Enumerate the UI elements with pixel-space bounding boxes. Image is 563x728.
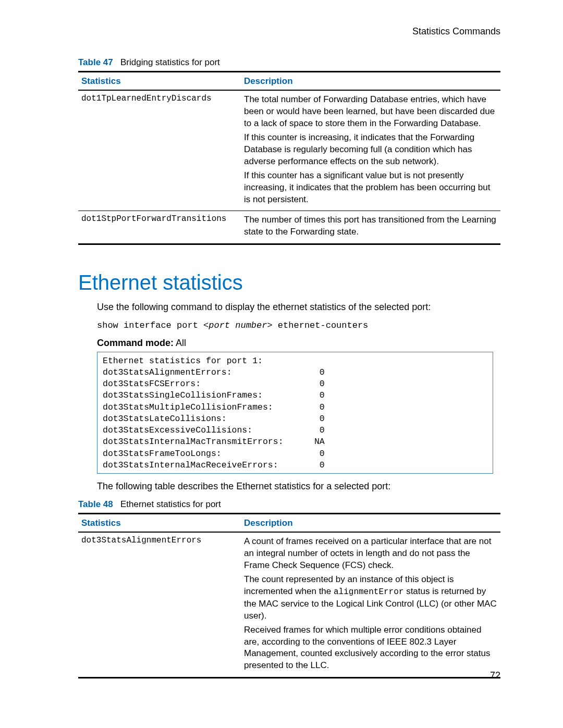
inline-code: alignmentError — [334, 587, 403, 597]
stat-description: The number of times this port has transi… — [241, 211, 500, 244]
ethernet-command: show interface port <port number> ethern… — [97, 320, 500, 330]
desc-paragraph: Received frames for which multiple error… — [244, 624, 497, 672]
desc-paragraph: A count of frames received on a particul… — [244, 536, 497, 572]
stat-name: dot1StpPortForwardTransitions — [78, 211, 241, 244]
page-content: Table 47 Bridging statistics for port St… — [78, 57, 500, 678]
table47-caption: Table 47 Bridging statistics for port — [78, 57, 500, 68]
table47: Statistics Description dot1TpLearnedEntr… — [78, 71, 500, 245]
ethernet-after-box: The following table describes the Ethern… — [97, 480, 500, 678]
ethernet-output-box: Ethernet statistics for port 1: dot3Stat… — [97, 352, 493, 474]
ethernet-intro: Use the following command to display the… — [97, 301, 500, 314]
table-row: dot1TpLearnedEntryDiscards The total num… — [78, 90, 500, 211]
desc-paragraph: The total number of Forwarding Database … — [244, 94, 497, 130]
table48-header-description: Description — [241, 514, 500, 533]
desc-paragraph: The number of times this port has transi… — [244, 214, 497, 238]
cmd-suffix: > ethernet-counters — [267, 320, 368, 330]
desc-paragraph: The count represented by an instance of … — [244, 574, 497, 622]
stat-name: dot3StatsAlignmentErrors — [78, 532, 241, 677]
table48-caption-text: Ethernet statistics for port — [120, 499, 221, 509]
ethernet-table-intro: The following table describes the Ethern… — [97, 480, 500, 493]
table47-caption-text: Bridging statistics for port — [120, 57, 220, 67]
table48: Statistics Description dot3StatsAlignmen… — [78, 513, 500, 678]
stat-description: The total number of Forwarding Database … — [241, 90, 500, 211]
page-number: 72 — [490, 670, 500, 681]
table47-header-description: Description — [241, 72, 500, 91]
command-mode-label: Command mode: — [97, 338, 174, 348]
cmd-prefix: show interface port < — [97, 320, 209, 330]
desc-paragraph: If this counter is increasing, it indica… — [244, 132, 497, 168]
table-row: dot1StpPortForwardTransitions The number… — [78, 211, 500, 244]
ethernet-body: Use the following command to display the… — [97, 301, 500, 348]
table48-caption: Table 48 Ethernet statistics for port — [78, 499, 500, 510]
stat-name: dot1TpLearnedEntryDiscards — [78, 90, 241, 211]
table-row: dot3StatsAlignmentErrors A count of fram… — [78, 532, 500, 677]
section-heading-ethernet: Ethernet statistics — [78, 271, 500, 294]
command-mode: Command mode: All — [97, 338, 500, 349]
stat-description: A count of frames received on a particul… — [241, 532, 500, 677]
page: Statistics Commands Table 47 Bridging st… — [0, 0, 563, 728]
table47-label: Table 47 — [78, 57, 113, 67]
cmd-arg: port number — [209, 320, 267, 330]
desc-paragraph: If this counter has a significant value … — [244, 170, 497, 206]
running-header: Statistics Commands — [412, 26, 500, 37]
table48-header-statistics: Statistics — [78, 514, 241, 533]
table47-header-statistics: Statistics — [78, 72, 241, 91]
command-mode-value: All — [174, 338, 186, 348]
table48-label: Table 48 — [78, 499, 113, 509]
